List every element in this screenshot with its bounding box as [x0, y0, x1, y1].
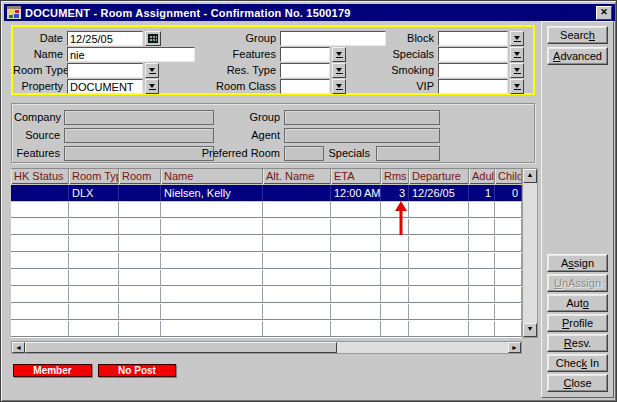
res-type-input[interactable]	[280, 63, 330, 78]
property-lov-button[interactable]	[145, 79, 159, 94]
smoking-input[interactable]	[438, 63, 508, 78]
date-input[interactable]	[67, 31, 143, 46]
cell-hk_status	[11, 236, 69, 252]
smoking-lov-button[interactable]	[510, 63, 524, 78]
side-button-panel: SearchAdvanced AssignUnAssignAutoProfile…	[541, 21, 614, 398]
horizontal-scrollbar-thumb[interactable]	[25, 342, 337, 353]
cell-room_type: DLX	[69, 185, 119, 201]
close-button[interactable]: Close	[547, 374, 608, 392]
cell-eta	[331, 202, 381, 218]
column-header-eta[interactable]: ETA	[331, 169, 381, 184]
cell-rms	[381, 304, 409, 320]
features-input[interactable]	[280, 47, 330, 62]
column-header-departure[interactable]: Departure	[409, 169, 469, 184]
table-header: HK StatusRoom TypeRoomNameAlt. NameETARm…	[11, 168, 522, 184]
search-button[interactable]: Search	[547, 26, 608, 44]
cell-child	[495, 219, 522, 235]
block-label: Block	[353, 31, 434, 46]
table-row[interactable]	[11, 202, 522, 219]
column-header-rms[interactable]: Rms	[381, 169, 409, 184]
table-row[interactable]	[11, 304, 522, 321]
cell-child	[495, 236, 522, 252]
table-row[interactable]	[11, 236, 522, 253]
column-header-name[interactable]: Name	[161, 169, 263, 184]
block-input[interactable]	[438, 31, 508, 46]
table-row[interactable]: DLXNielsen, Kelly12:00 AM312/26/0510	[11, 185, 522, 202]
column-header-adult[interactable]: Adult	[469, 169, 495, 184]
cell-room_type	[69, 287, 119, 303]
column-header-alt_name[interactable]: Alt. Name	[263, 169, 331, 184]
titlebar: DOCUMENT - Room Assignment - Confirmatio…	[4, 4, 615, 21]
resv-button[interactable]: Resv.	[547, 334, 608, 352]
cell-rms	[381, 253, 409, 269]
cell-departure	[409, 321, 469, 337]
specials-input[interactable]	[438, 47, 508, 62]
list-of-values-icon	[514, 84, 520, 88]
cell-alt_name	[263, 270, 331, 286]
profile-button[interactable]: Profile	[547, 314, 608, 332]
cell-adult	[469, 270, 495, 286]
room-type-input[interactable]	[67, 63, 143, 78]
table-vertical-scrollbar[interactable]: ▲ ▼	[522, 168, 538, 338]
vip-lov-button[interactable]	[510, 79, 524, 94]
column-header-room_type[interactable]: Room Type	[69, 169, 119, 184]
cell-adult	[469, 287, 495, 303]
table-row[interactable]	[11, 219, 522, 236]
table-row[interactable]	[11, 287, 522, 304]
list-of-values-icon-bar	[149, 73, 156, 74]
cell-room	[119, 321, 161, 337]
cell-hk_status	[11, 253, 69, 269]
table-row[interactable]	[11, 253, 522, 270]
cell-hk_status	[11, 321, 69, 337]
cell-adult	[469, 321, 495, 337]
calendar-button[interactable]	[145, 31, 161, 46]
advanced-button[interactable]: Advanced	[547, 47, 608, 65]
res-type-lov-button[interactable]	[332, 63, 346, 78]
table-horizontal-scrollbar[interactable]: ◄ ►	[11, 341, 522, 354]
scroll-right-icon[interactable]: ►	[508, 342, 521, 353]
room-class-input[interactable]	[280, 79, 330, 94]
property-input[interactable]	[67, 79, 143, 94]
scroll-left-icon[interactable]: ◄	[12, 342, 25, 353]
close-window-button[interactable]: ✕	[596, 6, 612, 20]
room-type-lov-button[interactable]	[145, 63, 159, 78]
scroll-down-icon[interactable]: ▼	[523, 323, 537, 337]
assign-button[interactable]: Assign	[547, 254, 608, 272]
cell-room_type	[69, 202, 119, 218]
auto-button[interactable]: Auto	[547, 294, 608, 312]
cell-adult	[469, 253, 495, 269]
block-lov-button[interactable]	[510, 31, 524, 46]
cell-eta	[331, 253, 381, 269]
cell-room_type	[69, 321, 119, 337]
calendar-icon	[148, 34, 158, 43]
column-header-child[interactable]: Child	[495, 169, 522, 184]
vip-input[interactable]	[438, 79, 508, 94]
horizontal-scrollbar-track[interactable]	[337, 342, 508, 353]
list-of-values-icon-bar	[149, 89, 156, 90]
side-panel-bottom: AssignUnAssignAutoProfileResv.Check InCl…	[547, 254, 608, 392]
unassign-button[interactable]: UnAssign	[547, 274, 608, 292]
cell-child	[495, 202, 522, 218]
cell-eta	[331, 270, 381, 286]
features-info-label: Features	[14, 146, 60, 161]
cell-name	[161, 270, 263, 286]
name-input[interactable]	[67, 47, 195, 62]
cell-departure	[409, 236, 469, 252]
cell-alt_name	[263, 253, 331, 269]
column-header-hk_status[interactable]: HK Status	[11, 169, 69, 184]
specials-info-label: Specials	[328, 146, 370, 161]
table-row[interactable]	[11, 270, 522, 287]
cell-alt_name	[263, 219, 331, 235]
list-of-values-icon	[514, 68, 520, 72]
table-row[interactable]	[11, 321, 522, 338]
scroll-up-icon[interactable]: ▲	[523, 169, 537, 183]
cell-rms	[381, 287, 409, 303]
features-lov-button[interactable]	[332, 47, 346, 62]
check-in-button[interactable]: Check In	[547, 354, 608, 372]
cell-eta	[331, 236, 381, 252]
cell-departure	[409, 253, 469, 269]
room-class-lov-button[interactable]	[332, 79, 346, 94]
specials-lov-button[interactable]	[510, 47, 524, 62]
column-header-room[interactable]: Room	[119, 169, 161, 184]
app-window-icon	[7, 6, 21, 19]
